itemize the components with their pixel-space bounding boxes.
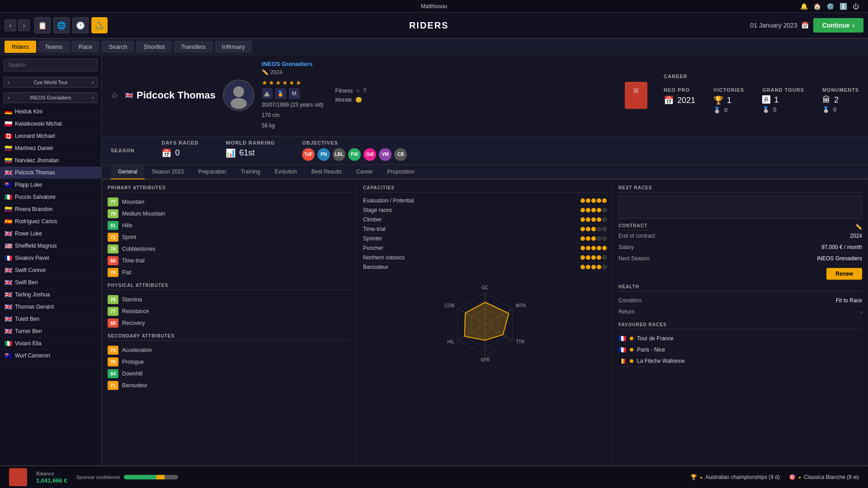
rider-list-item[interactable]: 🇫🇷Sivakov Pavel [0, 252, 101, 264]
fav-race-item: 🇫🇷 Paris - Nice [618, 344, 862, 356]
rider-list-item[interactable]: 🇨🇴Martínez Daniel [0, 142, 101, 155]
balance-label: Balance [36, 471, 67, 476]
team-header-ineos[interactable]: ‹ INEOS Grenadiers › [4, 92, 98, 103]
rider-list-item[interactable]: 🇨🇴Rivera Brandon [0, 203, 101, 216]
rider-team-link[interactable]: INEOS Grenadiers [262, 61, 324, 67]
rider-list-item[interactable]: 🇬🇧Thomas Geraint [0, 301, 101, 313]
subtab-season[interactable]: Season 2023 [145, 165, 191, 179]
attr-row: 78 Cobblestones [108, 243, 351, 255]
attr-row: 75 Stamina [108, 294, 351, 305]
rider-list-item[interactable]: 🇦🇺Plapp Luke [0, 179, 101, 191]
obj-badge-7: CB [394, 148, 407, 161]
rider-list-item[interactable]: 🇬🇧Pidcock Thomas [0, 167, 101, 179]
fav-race-flag: 🇧🇪 [618, 357, 626, 365]
renew-button[interactable]: Renew [826, 268, 862, 280]
rider-list-item[interactable]: 🇩🇪Heiduk Kim [0, 106, 101, 118]
sponsor-bar-yellow [156, 475, 165, 479]
subtab-best-results[interactable]: Best Results [304, 165, 349, 179]
team-header-cya[interactable]: ‹ Cya World Tour › [4, 77, 98, 88]
rider-flag: 🇨🇴 [5, 206, 12, 213]
content-area: ☆ 🇬🇧 Pidcock Thomas INEOS Grenadiers ✏️ … [102, 55, 868, 465]
rider-list-item[interactable]: 🇬🇧Swift Ben [0, 277, 101, 289]
current-date: 01 January 2023 [750, 22, 797, 29]
rider-weight: 58 kg [262, 122, 324, 130]
rider-list-item[interactable]: 🇬🇧Turner Ben [0, 325, 101, 338]
dot-filled [602, 198, 607, 203]
home-icon[interactable]: 🏠 [813, 3, 821, 10]
star3: ★ [275, 79, 281, 86]
rider-list-item[interactable]: 🇬🇧Tarling Joshua [0, 289, 101, 301]
subtab-evolution[interactable]: Evolution [267, 165, 304, 179]
rider-list-item[interactable]: 🇵🇱Kwiatkowski Michal [0, 118, 101, 130]
power-icon[interactable]: ⏻ [853, 3, 859, 10]
rider-list-item[interactable]: 🇮🇹Puccio Salvatore [0, 191, 101, 203]
rider-name: Pidcock Thomas [15, 169, 55, 176]
next-races-area [618, 196, 862, 219]
rider-list-item[interactable]: 🇬🇧Swift Connor [0, 264, 101, 277]
continue-button[interactable]: Continue › [813, 18, 863, 33]
forward-button[interactable]: › [18, 19, 30, 31]
svg-text:GC: GC [481, 285, 488, 290]
rider-dob: 30/07/1999 (23 years old) [262, 101, 324, 109]
globe-icon[interactable]: 🌐 [53, 17, 70, 33]
subtab-training[interactable]: Training [233, 165, 267, 179]
monuments-label: Monuments [822, 87, 859, 93]
bell-icon[interactable]: 🔔 [800, 3, 808, 10]
subtab-general[interactable]: General [111, 165, 145, 179]
briefcase-icon[interactable]: 📋 [34, 17, 51, 33]
contract-end-val: 2024 [850, 233, 862, 239]
clock-icon[interactable]: 🕐 [72, 17, 89, 33]
rider-name: Turner Ben [15, 328, 42, 334]
top-bar: Matthissou 🔔 🏠 ⚙️ ℹ️ ⏻ [0, 0, 868, 13]
tab-teams[interactable]: Teams [38, 41, 70, 53]
career-label: CAREER [664, 74, 687, 79]
events-section: 🏆 ● Australian championships (9 d) 🎯 ● C… [690, 474, 859, 480]
contract-section: CONTRACT ✏️ End of contract 2024 Salary … [618, 223, 862, 280]
subtab-career[interactable]: Career [349, 165, 380, 179]
continue-arrow-icon: › [852, 22, 854, 29]
next-races-title: NEXT RACES [618, 185, 862, 192]
bike-icon[interactable]: 🚴 [91, 17, 108, 33]
fav-race-item: 🇫🇷 Tour de France [618, 333, 862, 344]
tab-shortlist[interactable]: Shortlist [136, 41, 172, 53]
tab-transfers[interactable]: Transfers [174, 41, 212, 53]
info-icon[interactable]: ℹ️ [840, 3, 847, 10]
rider-list-item[interactable]: 🇬🇧Tulett Ben [0, 313, 101, 325]
cap-row: Stage races [363, 206, 607, 215]
event-label-1: Australian championships (9 d) [705, 474, 780, 480]
monuments-group: Monuments 🏛 2 🥈 0 [822, 87, 859, 113]
victories-gold: 🏆 1 [713, 95, 744, 105]
neo-pro-value: 📅 2021 [664, 95, 695, 105]
rider-header: ☆ 🇬🇧 Pidcock Thomas INEOS Grenadiers ✏️ … [102, 55, 868, 136]
tab-infirmary[interactable]: Infirmary [215, 41, 252, 53]
rider-list-item[interactable]: 🇪🇸Rodríguez Carlos [0, 216, 101, 228]
rider-list-item[interactable]: 🇦🇺Wurf Cameron [0, 350, 101, 362]
rider-list-item[interactable]: 🇨🇦Leonard Michael [0, 130, 101, 142]
tab-search[interactable]: Search [101, 41, 134, 53]
calendar-icon[interactable]: 📅 [801, 22, 809, 29]
cap-name: Sprinter [363, 235, 580, 242]
tab-riders[interactable]: Riders [5, 41, 36, 53]
rider-list-item[interactable]: 🇺🇸Sheffield Magnus [0, 240, 101, 252]
subtab-proposition[interactable]: Proposition [380, 165, 422, 179]
search-input[interactable] [4, 59, 98, 71]
edit-contract-icon[interactable]: ✏️ [855, 224, 862, 230]
rider-star-icon[interactable]: ☆ [111, 90, 118, 100]
grand-tours-label: Grand Tours [762, 87, 804, 93]
cap-row: Puncher [363, 244, 607, 253]
rider-list-item[interactable]: 🇪🇨Narváez Jhonatan [0, 155, 101, 167]
cap-row: Sprinter [363, 234, 607, 244]
subtab-preparation[interactable]: Preparation [191, 165, 233, 179]
gear-icon[interactable]: ⚙️ [826, 3, 834, 10]
tab-race[interactable]: Race [71, 41, 99, 53]
attr-name: Recovery [122, 320, 145, 326]
rider-list-item[interactable]: 🇮🇹Viviani Elia [0, 338, 101, 350]
renew-container: Renew [618, 264, 862, 280]
back-button[interactable]: ‹ [5, 19, 16, 31]
monuments-silver: 🥈 0 [822, 106, 859, 113]
dot-empty [602, 255, 607, 260]
rider-list-item[interactable]: 🇬🇧Rowe Luke [0, 228, 101, 240]
attributes-panel: PRIMARY ATTRIBUTES 77 Mountain 78 Medium… [102, 179, 357, 465]
sub-tabs: General Season 2023 Preparation Training… [102, 165, 868, 179]
dot-empty [597, 236, 601, 241]
